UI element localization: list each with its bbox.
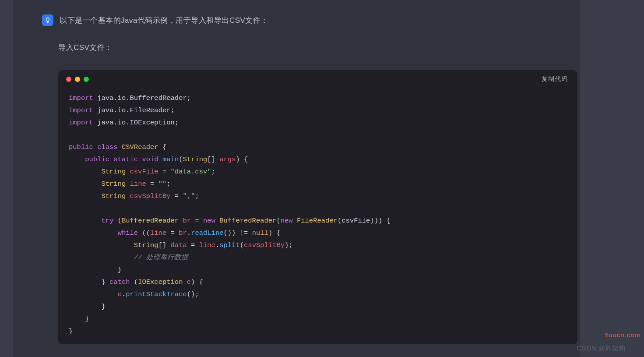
intro-text: 以下是一个基本的Java代码示例，用于导入和导出CSV文件： bbox=[60, 15, 268, 25]
code-content: import java.io.BufferedReader; import ja… bbox=[58, 88, 577, 341]
intro-row: 以下是一个基本的Java代码示例，用于导入和导出CSV文件： bbox=[13, 14, 580, 26]
code-block: 复制代码 import java.io.BufferedReader; impo… bbox=[58, 70, 577, 344]
minimize-icon bbox=[75, 77, 80, 82]
code-header: 复制代码 bbox=[58, 70, 577, 88]
csdn-watermark: CSDN @刘架构 bbox=[577, 344, 626, 353]
section-label: 导入CSV文件： bbox=[13, 42, 580, 53]
article-body: 以下是一个基本的Java代码示例，用于导入和导出CSV文件： 导入CSV文件： … bbox=[13, 0, 580, 357]
copy-code-button[interactable]: 复制代码 bbox=[542, 75, 568, 83]
site-watermark: Yuucn.com bbox=[604, 331, 640, 339]
close-icon bbox=[66, 77, 71, 82]
maximize-icon bbox=[84, 77, 89, 82]
window-controls bbox=[66, 77, 89, 82]
lightbulb-icon bbox=[42, 14, 53, 26]
